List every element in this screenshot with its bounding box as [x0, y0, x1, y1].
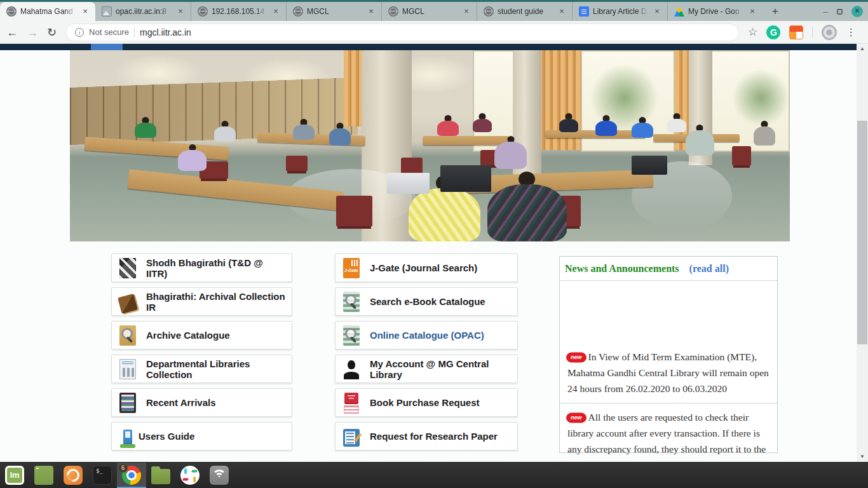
tab-mgcl-2[interactable]: MGCL × — [381, 2, 477, 21]
link-recent-arrivals[interactable]: Recent Arrivals — [111, 388, 292, 417]
tab-library-article[interactable]: Library Article D × — [572, 2, 667, 21]
scroll-down-arrow[interactable]: ▼ — [857, 452, 868, 462]
google-drive-favicon — [674, 6, 684, 17]
site-info-icon[interactable]: i — [75, 28, 84, 37]
person-foreground — [487, 184, 567, 241]
link-label: Search e-Book Catalogue — [370, 296, 485, 307]
person-figure — [754, 126, 775, 146]
news-item: newIn View of Mid Term Examination (MTE)… — [560, 343, 777, 403]
tab-title: opac.iitr.ac.in:8 — [116, 7, 172, 16]
chrome-menu-icon[interactable]: ⋮ — [846, 26, 856, 38]
mint-logo-icon — [5, 466, 24, 485]
grammarly-extension-icon[interactable]: G — [766, 25, 780, 39]
tab-mgcl-1[interactable]: MGCL × — [286, 2, 381, 21]
link-label: Online Catalogue (OPAC) — [370, 330, 484, 341]
slack-launcher[interactable] — [175, 463, 205, 488]
tab-title: MGCL — [307, 7, 362, 16]
taskbar-launchers: 6 — [0, 463, 234, 488]
tab-opac[interactable]: opac.iitr.ac.in:8 × — [95, 2, 191, 21]
close-window-button[interactable]: × — [851, 6, 863, 17]
link-archive-catalogue[interactable]: Archive Catalogue — [111, 321, 292, 349]
tab-close-icon[interactable]: × — [557, 6, 567, 17]
orange-extension-icon[interactable] — [789, 25, 803, 39]
bookmark-star-icon[interactable]: ☆ — [748, 25, 757, 39]
scrollbar-thumb[interactable] — [857, 121, 867, 344]
link-my-account[interactable]: My Account @ MG Central Library — [335, 355, 518, 383]
globe-favicon — [198, 6, 208, 17]
webpage-viewport: Shodh Bhagirathi (T&D @ IITR) Bhagirathi… — [0, 44, 857, 462]
page-scrollbar[interactable]: ▲ ▼ — [857, 44, 868, 462]
tab-close-icon[interactable]: × — [175, 6, 186, 17]
link-book-purchase[interactable]: Book Purchase Request — [335, 388, 518, 417]
terminal-launcher[interactable] — [88, 463, 117, 488]
tab-close-icon[interactable]: × — [271, 6, 281, 17]
show-desktop-button[interactable] — [29, 463, 58, 488]
tab-title: MGCL — [402, 7, 458, 16]
bookshelf-icon — [119, 393, 136, 413]
desktop-icon — [34, 466, 53, 485]
link-jgate[interactable]: J-Gate J-Gate (Journal Search) — [335, 254, 518, 282]
link-archival-collection[interactable]: Bhagirathi: Archival Collection IR — [111, 287, 292, 316]
browser-tab-strip: Mahatma Gand × opac.iitr.ac.in:8 × 192.1… — [0, 0, 868, 21]
jgate-logo-icon: J-Gate — [343, 258, 360, 278]
person-figure — [329, 128, 351, 146]
tab-mahatma-gandhi[interactable]: Mahatma Gand × — [0, 2, 95, 21]
link-label: Users Guide — [139, 431, 194, 442]
globe-favicon — [293, 6, 303, 17]
news-header: News and Announcements (read all) — [560, 257, 777, 281]
chair — [401, 158, 423, 175]
chrome-window-button[interactable]: 6 — [117, 463, 146, 488]
news-title: News and Announcements — [565, 263, 679, 274]
mint-menu-button[interactable] — [0, 463, 29, 488]
link-departmental-libraries[interactable]: Departmental Libraries Collection — [111, 355, 292, 383]
new-badge: new — [567, 353, 585, 362]
scroll-up-arrow[interactable]: ▲ — [857, 44, 868, 54]
books-magnifier-icon — [343, 292, 360, 312]
new-badge: new — [567, 414, 585, 422]
globe-favicon — [388, 6, 398, 17]
tab-title: 192.168.105.14 — [212, 7, 267, 16]
person-figure — [632, 123, 653, 138]
forward-button[interactable]: → — [27, 27, 38, 38]
toolbar-divider — [812, 27, 813, 37]
tab-my-drive[interactable]: My Drive - Goo × — [667, 2, 763, 21]
link-research-paper[interactable]: Request for Research Paper — [335, 422, 518, 451]
chrome-window-count-badge: 6 — [118, 463, 128, 473]
file-manager-launcher[interactable] — [146, 463, 175, 488]
link-label: Request for Research Paper — [370, 431, 498, 442]
tab-ip-address[interactable]: 192.168.105.14 × — [191, 2, 286, 21]
link-label: Shodh Bhagirathi (T&D @ IITR) — [146, 257, 285, 279]
restore-button[interactable] — [837, 9, 843, 15]
url-omnibox[interactable]: i Not secure mgcl.iitr.ac.in — [65, 24, 739, 41]
tab-close-icon[interactable]: × — [461, 6, 471, 17]
reload-button[interactable]: ↻ — [47, 27, 57, 38]
firefox-launcher[interactable] — [58, 463, 88, 488]
tab-close-icon[interactable]: × — [366, 6, 376, 17]
link-users-guide[interactable]: Users Guide — [111, 422, 292, 451]
back-button[interactable]: ← — [6, 27, 18, 38]
link-opac[interactable]: Online Catalogue (OPAC) — [335, 321, 518, 349]
profile-avatar[interactable] — [822, 25, 837, 40]
minimize-button[interactable]: – — [823, 6, 828, 17]
network-tool-launcher[interactable] — [205, 463, 234, 488]
not-secure-label: Not secure — [89, 27, 129, 37]
chair — [732, 146, 750, 165]
link-shodh-bhagirathi[interactable]: Shodh Bhagirathi (T&D @ IITR) — [111, 254, 292, 282]
tab-close-icon[interactable]: × — [747, 6, 757, 17]
news-text: All the users are requested to check the… — [567, 412, 766, 454]
link-label: Bhagirathi: Archival Collection IR — [146, 291, 285, 313]
person-figure — [686, 130, 714, 155]
tab-close-icon[interactable]: × — [652, 6, 662, 17]
link-label: Archive Catalogue — [146, 330, 230, 341]
tab-student-guide[interactable]: student guide × — [477, 2, 572, 21]
person-figure — [214, 126, 236, 142]
tab-close-icon[interactable]: × — [80, 6, 90, 17]
new-tab-button[interactable]: + — [766, 3, 784, 21]
browser-address-bar: ← → ↻ i Not secure mgcl.iitr.ac.in ☆ G ⋮ — [0, 21, 868, 44]
site-nav-active-item[interactable] — [91, 44, 123, 50]
link-ebook-catalogue[interactable]: Search e-Book Catalogue — [335, 287, 518, 316]
person-figure — [178, 150, 207, 171]
url-text[interactable]: mgcl.iitr.ac.in — [140, 27, 191, 37]
globe-favicon — [6, 6, 17, 17]
read-all-link[interactable]: (read all) — [689, 263, 729, 274]
